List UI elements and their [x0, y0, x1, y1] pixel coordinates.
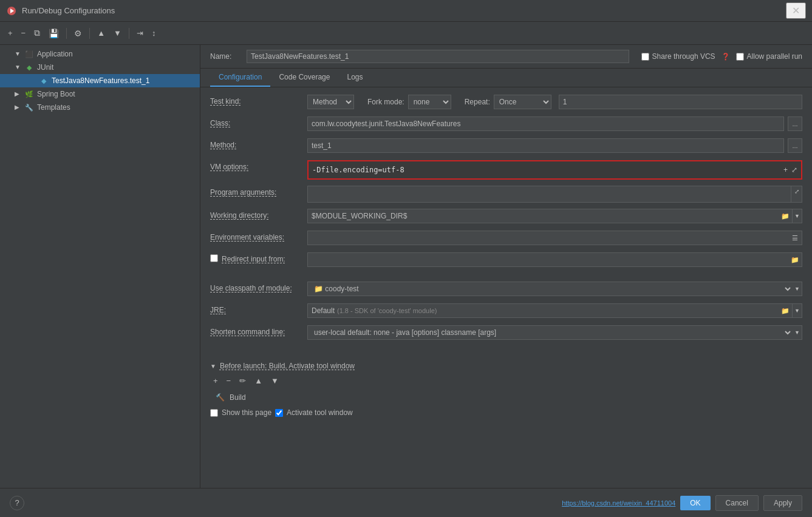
classpath-arrow-button[interactable]: ▼ — [793, 282, 802, 296]
working-directory-input[interactable] — [307, 209, 778, 223]
working-directory-browse-button[interactable]: 📁 — [778, 209, 793, 223]
redirect-input-text[interactable] — [307, 252, 788, 267]
dialog-icon — [6, 5, 17, 16]
parallel-run-label[interactable]: Allow parallel run — [736, 52, 802, 61]
remove-config-button[interactable]: − — [18, 27, 29, 39]
program-arguments-row: Program arguments: ⤢ — [210, 186, 802, 203]
method-input[interactable] — [307, 138, 784, 153]
jre-row: JRE: Default (1.8 - SDK of 'coody-test' … — [210, 303, 802, 319]
jre-default-text: Default — [312, 306, 335, 315]
vm-options-input[interactable] — [309, 164, 782, 176]
copy-config-button[interactable]: ⧉ — [31, 26, 43, 40]
build-item: 🔨 Build — [210, 390, 802, 405]
show-page-label: Show this page — [222, 408, 271, 417]
shorten-cmd-select[interactable]: user-local default: none - java [options… — [307, 325, 793, 340]
separator-3 — [210, 354, 802, 362]
cancel-button[interactable]: Cancel — [715, 495, 759, 511]
main-toolbar: + − ⧉ 💾 ⚙ ▲ ▼ ⇥ ↕ — [0, 22, 812, 45]
parallel-run-text: Allow parallel run — [747, 52, 802, 61]
sort-button[interactable]: ↕ — [149, 27, 159, 39]
environment-variables-row: Environment variables: ☰ — [210, 231, 802, 246]
jre-arrow-button[interactable]: ▼ — [793, 303, 802, 318]
fork-mode-select[interactable]: none method class — [408, 95, 451, 109]
redirect-input-browse-button[interactable]: 📁 — [788, 252, 802, 267]
jre-folder-button[interactable]: 📁 — [778, 303, 793, 318]
sidebar-item-templates[interactable]: ▶ 🔧 Templates — [0, 101, 200, 114]
footer-link[interactable]: https://blog.csdn.net/weixin_44711004 — [562, 499, 675, 507]
environment-variables-browse-button[interactable]: ☰ — [788, 231, 802, 245]
run-debug-configurations-dialog: Run/Debug Configurations ✕ + − ⧉ 💾 ⚙ ▲ ▼… — [0, 0, 812, 517]
tab-code-coverage[interactable]: Code Coverage — [270, 69, 338, 87]
share-vcs-label[interactable]: Share through VCS — [641, 52, 715, 61]
templates-icon: 🔧 — [24, 103, 34, 112]
program-arguments-expand-button[interactable]: ⤢ — [791, 186, 802, 203]
test-kind-label: Test kind: — [210, 95, 307, 106]
before-launch-add-button[interactable]: + — [210, 375, 221, 387]
vm-fullscreen-button[interactable]: ⤢ — [790, 166, 799, 174]
working-directory-field: 📁 ▼ — [307, 209, 802, 223]
sidebar-item-application[interactable]: ▼ ⬛ Application — [0, 47, 200, 61]
junit-arrow: ▼ — [15, 64, 22, 71]
ok-button[interactable]: OK — [680, 496, 710, 510]
vm-expand-button[interactable]: + — [782, 166, 789, 174]
tab-configuration[interactable]: Configuration — [210, 69, 270, 87]
parallel-run-checkbox[interactable] — [736, 53, 744, 61]
method-browse-button[interactable]: ... — [788, 138, 802, 153]
vm-expand-buttons: + ⤢ — [782, 166, 801, 174]
tab-logs[interactable]: Logs — [338, 69, 371, 87]
classpath-row: Use classpath of module: 📁 coody-test ▼ — [210, 282, 802, 297]
close-button[interactable]: ✕ — [786, 2, 806, 19]
program-arguments-label: Program arguments: — [210, 186, 307, 197]
redirect-input-label: Redirect input from: — [222, 252, 285, 263]
before-launch-down-button[interactable]: ▼ — [268, 375, 282, 387]
share-vcs-text: Share through VCS — [652, 52, 715, 61]
method-label: Method: — [210, 138, 307, 149]
test-kind-field: Method Class Package Fork mode: none met… — [307, 95, 802, 109]
jre-label: JRE: — [210, 303, 307, 314]
move-down-button[interactable]: ▼ — [111, 27, 125, 39]
method-row: Method: ... — [210, 138, 802, 154]
fork-mode-label: Fork mode: — [367, 98, 404, 106]
templates-arrow: ▶ — [15, 104, 22, 111]
jre-field: Default (1.8 - SDK of 'coody-test' modul… — [307, 303, 802, 318]
move-button[interactable]: ⇥ — [134, 27, 146, 39]
class-input[interactable] — [307, 117, 784, 131]
sidebar-item-test-class[interactable]: ◆ TestJava8NewFeatures.test_1 — [0, 74, 200, 87]
classpath-field: 📁 coody-test ▼ — [307, 282, 802, 296]
help-icon-vcs: ❓ — [722, 53, 730, 61]
save-config-button[interactable]: 💾 — [46, 27, 62, 40]
class-row: Class: ... — [210, 117, 802, 132]
working-directory-label: Working directory: — [210, 209, 307, 220]
apply-button[interactable]: Apply — [763, 495, 802, 511]
show-page-checkbox[interactable] — [210, 409, 218, 417]
classpath-label: Use classpath of module: — [210, 282, 307, 292]
name-row: Name: Share through VCS ❓ Allow parallel… — [200, 45, 812, 69]
shorten-cmd-arrow-button[interactable]: ▼ — [793, 325, 802, 340]
test-class-arrow — [29, 77, 36, 84]
environment-variables-input[interactable] — [307, 231, 788, 245]
before-launch-up-button[interactable]: ▲ — [251, 375, 265, 387]
repeat-count-input[interactable] — [559, 95, 802, 109]
activate-tool-window-label: Activate tool window — [287, 408, 353, 417]
redirect-input-checkbox[interactable] — [210, 254, 218, 262]
working-directory-arrow-button[interactable]: ▼ — [793, 209, 802, 223]
name-label: Name: — [210, 52, 241, 61]
name-input[interactable] — [247, 50, 629, 63]
spring-boot-arrow: ▶ — [15, 90, 22, 98]
before-launch-edit-button[interactable]: ✏ — [236, 375, 249, 387]
move-up-button[interactable]: ▲ — [94, 27, 108, 39]
classpath-select[interactable]: 📁 coody-test — [307, 282, 793, 296]
before-launch-remove-button[interactable]: − — [223, 375, 234, 387]
sidebar-item-spring-boot[interactable]: ▶ 🌿 Spring Boot — [0, 87, 200, 101]
help-button[interactable]: ? — [10, 496, 24, 510]
add-config-button[interactable]: + — [5, 27, 16, 39]
header-options: Share through VCS ❓ Allow parallel run — [641, 52, 802, 61]
sidebar-item-junit[interactable]: ▼ ◆ JUnit — [0, 61, 200, 74]
activate-tool-window-checkbox[interactable] — [275, 409, 283, 417]
program-arguments-input[interactable] — [307, 186, 791, 203]
repeat-select[interactable]: Once N Times Until Failure Until Stop — [494, 95, 551, 109]
class-browse-button[interactable]: ... — [788, 117, 802, 131]
test-kind-select[interactable]: Method Class Package — [307, 95, 354, 109]
share-vcs-checkbox[interactable] — [641, 53, 649, 61]
settings-button[interactable]: ⚙ — [71, 27, 85, 40]
